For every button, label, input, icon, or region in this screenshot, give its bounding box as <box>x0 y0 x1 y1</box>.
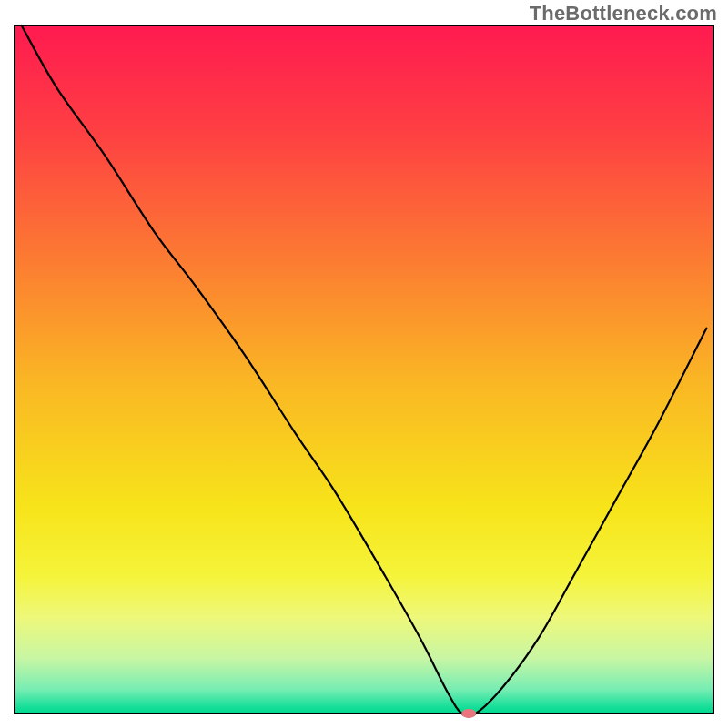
watermark-text: TheBottleneck.com <box>530 2 717 25</box>
bottleneck-chart <box>0 0 728 728</box>
highlight-marker <box>461 709 476 718</box>
chart-container: TheBottleneck.com <box>0 0 728 728</box>
plot-background <box>15 25 713 713</box>
